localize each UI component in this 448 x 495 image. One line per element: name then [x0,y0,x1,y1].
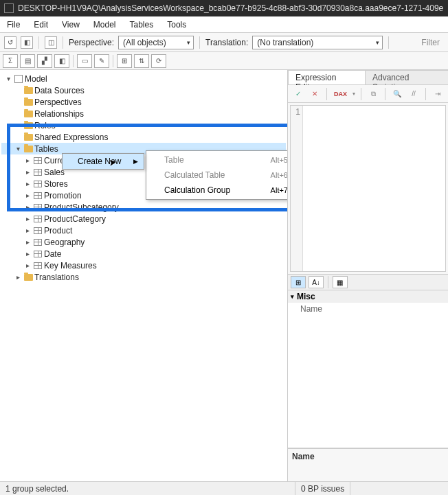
table-icon [33,180,43,188]
tree-table-productsubcategory[interactable]: ▸ProductSubcategory [1,201,286,213]
statusbar: 1 group selected. 0 BP issues [0,481,448,495]
tb2-edit-icon[interactable]: ✎ [94,54,109,68]
translation-dropdown[interactable]: (No translation) [252,36,383,49]
tb2-sort-icon[interactable]: ⇅ [134,54,149,68]
property-description-title: Name [292,452,315,461]
context-menu-submenu: Table Alt+5 Calculated Table Alt+6 Calcu… [146,150,288,200]
prop-name-row[interactable]: Name [288,303,448,315]
property-description: Name [288,448,448,481]
tree-table-keymeasures[interactable]: ▸Key Measures [1,260,286,271]
ctx-table-shortcut: Alt+5 [271,156,288,164]
filter-input[interactable]: Filter [417,38,444,47]
tree-table-date[interactable]: ▸Date [1,248,286,260]
table-icon [33,227,43,235]
tb2-list-icon[interactable]: ▤ [20,54,35,68]
table-icon [33,238,43,246]
tab-expression-editor[interactable]: Expression Editor [288,70,366,84]
properties-grid: ▾ Misc Name [288,290,448,448]
tree-relationships[interactable]: Relationships [1,108,286,119]
dax-dropdown[interactable]: DAX [333,88,348,100]
separator [38,36,39,49]
tree-table-productcategory[interactable]: ▸ProductCategory [1,213,286,225]
tree-data-sources[interactable]: Data Sources [1,84,286,96]
ctx-calc-table[interactable]: Calculated Table Alt+6 [146,168,288,183]
tb2-columns-icon[interactable]: ⊞ [117,54,132,68]
property-pages-icon[interactable]: ▦ [333,276,348,288]
tb2-cube-icon[interactable]: ◧ [54,54,69,68]
tb2-refresh-icon[interactable]: ⟳ [151,54,166,68]
separator [328,276,328,288]
find-icon[interactable]: 🔍 [391,88,403,100]
tree-table-geography[interactable]: ▸Geography [1,236,286,248]
tree-root[interactable]: ▾Model [1,73,286,84]
status-bp-issues: 0 BP issues [295,482,350,495]
toolbar-btn-2[interactable]: ◧ [21,36,33,49]
separator [385,88,385,100]
folder-icon [23,273,33,281]
table-icon [33,250,43,258]
model-explorer: ▾Model Data Sources Perspectives Relatio… [0,70,288,481]
right-tabs: Expression Editor Advanced Scripting [288,70,448,85]
separator [326,88,327,100]
alphabetical-icon[interactable]: A↓ [309,276,324,288]
tb2-hierarchy-icon[interactable]: ▞ [37,54,52,68]
cancel-icon[interactable]: ✕ [309,88,321,100]
indent-icon[interactable]: ⇥ [432,88,444,100]
table-icon [33,157,43,165]
tree-translations[interactable]: ▸Translations [1,271,286,283]
perspective-dropdown[interactable]: (All objects) [118,36,194,49]
tb2-folder-icon[interactable]: ▭ [77,54,92,68]
folder-icon [23,145,33,153]
menu-file[interactable]: File [7,20,20,30]
comment-icon[interactable]: // [407,88,420,100]
menu-tools[interactable]: Tools [167,20,186,30]
ctx-create-new[interactable]: Create New ▶ [63,154,144,169]
ctx-calc-group-shortcut: Alt+7 [271,186,288,194]
table-icon [33,203,43,211]
tab-advanced-scripting[interactable]: Advanced Scripting [365,70,448,84]
line-gutter: 1 [291,106,303,271]
menu-edit[interactable]: Edit [34,20,48,30]
menu-view[interactable]: View [62,20,80,30]
ctx-table-label: Table [164,155,184,165]
toolbar-btn-1[interactable]: ↺ [4,36,16,49]
separator [361,88,361,100]
tree-table-product[interactable]: ▸Product [1,225,286,236]
tree-shared-expressions[interactable]: Shared Expressions [1,131,286,143]
tb2-sum-icon[interactable]: Σ [3,54,18,68]
menu-model[interactable]: Model [93,20,116,30]
main-toolbar: ↺ ◧ ◫ Perspective: (All objects) Transla… [0,33,448,52]
status-selection: 1 group selected. [0,482,295,495]
separator [199,36,200,49]
prop-name-label: Name [300,304,322,314]
expression-editor-area[interactable]: 1 [290,105,446,272]
accept-icon[interactable]: ✓ [292,88,304,100]
separator [113,55,113,67]
ctx-calc-table-shortcut: Alt+6 [271,171,288,179]
chevron-down-icon: ▾ [291,293,294,300]
translation-label: Translation: [205,38,248,47]
folder-icon [23,87,33,95]
ctx-table[interactable]: Table Alt+5 [146,152,288,168]
table-icon [33,168,43,176]
window-title: DESKTOP-HH1V9AQ\AnalysisServicesWorkspac… [18,3,443,13]
folder-icon [23,133,33,141]
folder-icon [23,98,33,106]
menu-tables[interactable]: Tables [130,20,154,30]
copy-icon[interactable]: ⧉ [367,88,379,100]
ctx-calc-group[interactable]: Calculation Group Alt+7 [146,183,288,198]
secondary-toolbar: Σ ▤ ▞ ◧ ▭ ✎ ⊞ ⇅ ⟳ [0,52,448,70]
titlebar: DESKTOP-HH1V9AQ\AnalysisServicesWorkspac… [0,0,448,16]
separator [425,88,426,100]
folder-icon [23,122,33,130]
tree-roles[interactable]: Roles [1,119,286,131]
categorized-icon[interactable]: ⊞ [291,276,306,288]
toolbar-btn-3[interactable]: ◫ [45,36,57,49]
tree-perspectives[interactable]: Perspectives [1,96,286,108]
properties-toolbar: ⊞ A↓ ▦ [288,274,448,290]
menubar: File Edit View Model Tables Tools [0,16,448,33]
cursor-icon: ➤ [108,156,118,168]
table-icon [33,215,43,223]
table-icon [33,192,43,200]
prop-category-misc[interactable]: ▾ Misc [288,290,448,303]
